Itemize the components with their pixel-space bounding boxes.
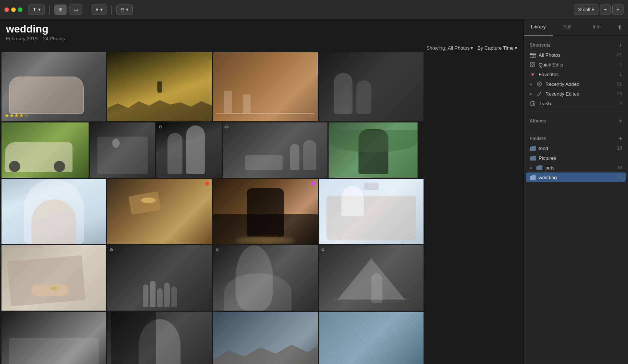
list-view-button[interactable]: ≡ ▾ xyxy=(92,4,107,15)
photo-cell[interactable]: ★★★★☆ xyxy=(1,52,106,121)
photo-cell[interactable]: ♡ xyxy=(213,52,318,121)
photo-cell[interactable] xyxy=(319,312,424,364)
albums-add-button[interactable]: + xyxy=(619,118,622,124)
trash-icon xyxy=(530,100,536,106)
recently-edited-icon xyxy=(536,91,542,97)
photo-cell[interactable] xyxy=(107,52,212,121)
photo-cell[interactable] xyxy=(90,122,155,178)
zoom-out-button[interactable]: − xyxy=(600,4,611,15)
grid-row-5 xyxy=(1,312,522,364)
sidebar-item-favorites[interactable]: ♥ Favorites 1 xyxy=(524,69,628,79)
split-view-button[interactable]: ⊟ ▾ xyxy=(116,4,133,15)
photo-badge-pink xyxy=(311,182,315,186)
expand-arrow: ▶ xyxy=(530,82,533,86)
photo-date: February 2019 xyxy=(6,36,38,41)
sort-dropdown[interactable]: By Capture Time ▾ xyxy=(477,45,517,51)
size-dropdown[interactable]: Small ▾ xyxy=(574,4,598,15)
share-icon: ⬆ xyxy=(617,24,622,31)
pets-folder-icon xyxy=(536,165,542,171)
photo-cell[interactable] xyxy=(319,52,424,121)
recently-added-icon xyxy=(536,81,542,87)
sidebar-item-pets[interactable]: ▶ pets 38 xyxy=(524,163,628,172)
edit-badge-3: ⚙ xyxy=(110,248,113,252)
tab-library[interactable]: Library xyxy=(524,19,553,35)
photo-cell[interactable]: ⚙ xyxy=(213,245,318,311)
sidebar-item-food[interactable]: food 18 xyxy=(524,143,628,153)
folders-add-button[interactable]: + xyxy=(619,135,622,142)
zoom-out-icon: − xyxy=(604,7,607,12)
sort-arrow: ▾ xyxy=(515,45,517,51)
sidebar-item-pictures[interactable]: Pictures xyxy=(524,153,628,163)
photo-cell[interactable] xyxy=(319,179,424,244)
edit-badge-4: ⚙ xyxy=(215,248,219,252)
close-button[interactable] xyxy=(4,7,9,12)
food-folder-icon xyxy=(530,145,536,151)
grid-row-4: ⚙ ⚙ ⚙ xyxy=(1,245,522,311)
svg-rect-1 xyxy=(533,62,535,64)
photo-cell[interactable] xyxy=(107,312,212,364)
showing-label: Showing: xyxy=(427,45,446,51)
sidebar-item-quick-edits[interactable]: Quick Edits 1 xyxy=(524,60,628,69)
favorites-label: Favorites xyxy=(539,72,616,77)
sidebar-item-wedding[interactable]: wedding 24 xyxy=(526,172,626,182)
grid-row-2: ⚙ ⚙ xyxy=(1,122,522,178)
photo-cell[interactable] xyxy=(1,245,106,311)
wedding-count: 24 xyxy=(617,175,622,180)
photo-cell[interactable] xyxy=(1,122,89,178)
sidebar-content: Shortcuts + 📷 All Photos 81 xyxy=(524,36,628,364)
photo-toolbar: Showing: All Photos ▾ By Capture Time ▾ xyxy=(0,44,523,52)
tab-edit[interactable]: Edit xyxy=(553,19,582,35)
photo-cell[interactable] xyxy=(329,122,418,178)
filter-dropdown[interactable]: All Photos ▾ xyxy=(448,45,474,51)
photo-cell[interactable]: ⚙ xyxy=(107,245,212,311)
photo-cell[interactable]: ⚙ xyxy=(223,122,327,178)
photo-cell[interactable] xyxy=(1,179,106,244)
edit-badge-2: ⚙ xyxy=(225,125,229,130)
list-icon: ≡ xyxy=(96,7,99,12)
photo-cell[interactable]: ⚙ xyxy=(156,122,222,178)
pets-expand-arrow: ▶ xyxy=(530,166,533,170)
traffic-lights xyxy=(4,7,22,12)
split-arrow: ▾ xyxy=(126,7,129,12)
share-button[interactable]: ⬆ xyxy=(611,19,628,35)
photo-cell[interactable] xyxy=(107,179,212,244)
shortcuts-label: Shortcuts xyxy=(530,43,551,48)
svg-point-4 xyxy=(538,82,542,86)
sidebar-item-all-photos[interactable]: 📷 All Photos 81 xyxy=(524,50,628,60)
separator-2 xyxy=(87,5,87,14)
zoom-in-icon: + xyxy=(616,7,619,12)
recently-added-label: Recently Added xyxy=(545,81,614,87)
heart-icon: ♡ xyxy=(310,112,315,118)
tab-info[interactable]: Info xyxy=(582,19,611,35)
svg-rect-0 xyxy=(530,62,532,64)
single-icon: ▭ xyxy=(74,7,78,12)
sidebar-item-recently-added[interactable]: ▶ Recently Added 81 xyxy=(524,79,628,89)
photo-cell[interactable] xyxy=(1,312,106,364)
page-title: wedding xyxy=(6,23,517,35)
grid-icon: ⊞ xyxy=(58,7,62,12)
minimize-button[interactable] xyxy=(11,7,16,12)
filter-value: All Photos xyxy=(448,45,470,51)
shortcuts-header: Shortcuts + xyxy=(524,39,628,50)
svg-point-5 xyxy=(539,83,540,85)
size-arrow: ▾ xyxy=(592,7,594,12)
separator-3 xyxy=(111,5,112,14)
shortcuts-add-button[interactable]: + xyxy=(619,42,622,49)
grid-row-1: ★★★★☆ ♡ xyxy=(1,52,522,121)
single-view-button[interactable]: ▭ xyxy=(70,4,82,15)
upload-button[interactable]: ⬆ ▾ xyxy=(28,4,45,15)
folders-header: Folders + xyxy=(524,132,628,143)
separator-1 xyxy=(49,5,50,14)
quick-edits-label: Quick Edits xyxy=(539,62,616,68)
maximize-button[interactable] xyxy=(18,7,22,12)
photo-cell[interactable] xyxy=(213,312,318,364)
sort-value: By Capture Time xyxy=(477,45,514,51)
sidebar-item-trash[interactable]: Trash 4 xyxy=(524,99,628,108)
grid-view-button[interactable]: ⊞ xyxy=(54,4,67,15)
pictures-folder-icon xyxy=(530,155,536,161)
sidebar-item-recently-edited[interactable]: ▶ Recently Edited 23 xyxy=(524,89,628,99)
photo-cell[interactable]: ⚙ xyxy=(319,245,424,311)
photo-grid[interactable]: ★★★★☆ ♡ xyxy=(0,52,523,364)
photo-cell[interactable] xyxy=(213,179,318,244)
zoom-in-button[interactable]: + xyxy=(612,4,624,15)
